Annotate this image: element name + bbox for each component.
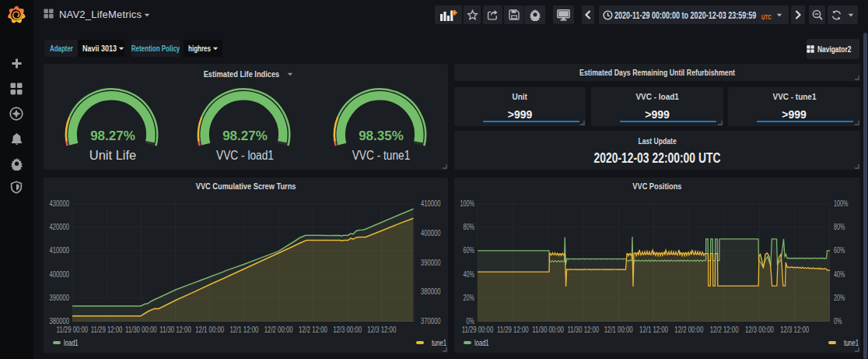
svg-text:12/1 12:00: 12/1 12:00 bbox=[639, 326, 668, 334]
svg-text:0%: 0% bbox=[467, 317, 474, 326]
svg-text:0%: 0% bbox=[834, 317, 842, 326]
svg-text:12/2 12:00: 12/2 12:00 bbox=[299, 326, 327, 334]
svg-text:12/3 12:00: 12/3 12:00 bbox=[367, 326, 396, 334]
svg-text:12/3 00:00: 12/3 00:00 bbox=[745, 326, 774, 334]
svg-text:12/1 12:00: 12/1 12:00 bbox=[229, 326, 258, 334]
svg-text:12/2 00:00: 12/2 00:00 bbox=[264, 326, 293, 334]
svg-text:11/29 12:00: 11/29 12:00 bbox=[91, 326, 123, 334]
svg-text:60%: 60% bbox=[834, 246, 845, 255]
svg-text:390000: 390000 bbox=[50, 294, 70, 302]
svg-text:80%: 80% bbox=[834, 223, 845, 231]
svg-text:80%: 80% bbox=[464, 223, 474, 231]
svg-text:400000: 400000 bbox=[421, 229, 441, 238]
svg-text:11/30 12:00: 11/30 12:00 bbox=[568, 326, 600, 334]
svg-text:12/3 00:00: 12/3 00:00 bbox=[333, 326, 362, 334]
svg-text:380000: 380000 bbox=[421, 287, 441, 296]
svg-text:100%: 100% bbox=[834, 199, 848, 208]
svg-text:430000: 430000 bbox=[50, 199, 70, 208]
svg-text:100%: 100% bbox=[460, 199, 474, 208]
svg-text:12/1 00:00: 12/1 00:00 bbox=[604, 326, 633, 334]
svg-text:11/29 00:00: 11/29 00:00 bbox=[462, 326, 494, 334]
svg-text:420000: 420000 bbox=[50, 223, 70, 231]
svg-text:20%: 20% bbox=[464, 294, 474, 302]
svg-text:12/3 12:00: 12/3 12:00 bbox=[780, 326, 809, 334]
svg-text:40%: 40% bbox=[834, 270, 845, 279]
svg-text:12/2 12:00: 12/2 12:00 bbox=[710, 326, 739, 334]
svg-text:380000: 380000 bbox=[50, 317, 70, 326]
svg-text:40%: 40% bbox=[464, 270, 474, 279]
svg-text:20%: 20% bbox=[834, 294, 845, 302]
svg-text:60%: 60% bbox=[464, 246, 474, 255]
svg-text:410000: 410000 bbox=[421, 199, 441, 208]
svg-text:410000: 410000 bbox=[50, 246, 70, 255]
svg-text:11/30 00:00: 11/30 00:00 bbox=[532, 326, 564, 334]
svg-text:11/29 00:00: 11/29 00:00 bbox=[57, 326, 89, 334]
svg-text:11/30 00:00: 11/30 00:00 bbox=[125, 326, 157, 334]
svg-text:12/2 00:00: 12/2 00:00 bbox=[674, 326, 703, 334]
svg-text:11/30 12:00: 11/30 12:00 bbox=[159, 326, 191, 334]
svg-text:400000: 400000 bbox=[50, 270, 70, 279]
svg-text:12/1 00:00: 12/1 00:00 bbox=[195, 326, 224, 334]
svg-text:370000: 370000 bbox=[421, 317, 441, 326]
svg-text:11/29 12:00: 11/29 12:00 bbox=[497, 326, 529, 334]
svg-text:390000: 390000 bbox=[421, 259, 441, 267]
